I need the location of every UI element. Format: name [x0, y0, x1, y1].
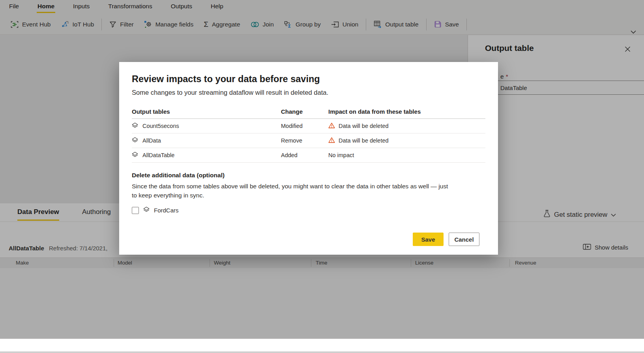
row-table-name: AllDataTable — [142, 152, 174, 158]
dialog-cancel-button[interactable]: Cancel — [449, 233, 479, 246]
row-change: Remove — [281, 137, 302, 144]
row-table-name: AllData — [142, 137, 161, 144]
layers-icon — [132, 152, 138, 159]
fordcars-checkbox-label: FordCars — [154, 207, 179, 214]
dialog-subtitle: Some changes to your streaming dataflow … — [132, 89, 485, 96]
dialog-title: Review impacts to your data before savin… — [132, 74, 485, 84]
layers-icon — [132, 122, 138, 130]
impact-table-header: Output tables Change Impact on data from… — [132, 106, 485, 119]
row-impact: Data will be deleted — [339, 137, 389, 144]
header-change: Change — [281, 108, 303, 115]
warning-icon — [328, 137, 335, 144]
page-bottom-strip — [0, 338, 644, 352]
table-row: Count5secons Modified Data will be delet… — [132, 119, 485, 133]
dialog-save-button[interactable]: Save — [413, 233, 444, 246]
header-impact: Impact on data from these tables — [328, 108, 421, 115]
row-impact: No impact — [328, 152, 354, 158]
table-row: AllData Remove Data will be deleted — [132, 133, 485, 148]
row-change: Modified — [281, 123, 303, 129]
header-output-tables: Output tables — [132, 108, 170, 115]
streaming-dataflow-app: File Home Inputs Transformations Outputs… — [0, 0, 644, 353]
layers-icon — [132, 137, 138, 144]
fordcars-checkbox[interactable] — [132, 207, 139, 214]
row-impact: Data will be deleted — [339, 123, 389, 129]
warning-icon — [328, 122, 335, 130]
review-impacts-dialog: Review impacts to your data before savin… — [119, 62, 498, 255]
table-row: AllDataTable Added No impact — [132, 148, 485, 163]
row-change: Added — [281, 152, 298, 158]
page-bottom-edge — [0, 351, 644, 353]
fordcars-checkbox-row: FordCars — [132, 207, 485, 214]
impact-table: Output tables Change Impact on data from… — [132, 106, 485, 163]
optional-section-body: Since the data from some tables above wi… — [132, 182, 450, 200]
row-table-name: Count5secons — [142, 123, 179, 129]
optional-section-heading: Delete additional data (optional) — [132, 172, 485, 179]
layers-icon — [143, 207, 150, 214]
